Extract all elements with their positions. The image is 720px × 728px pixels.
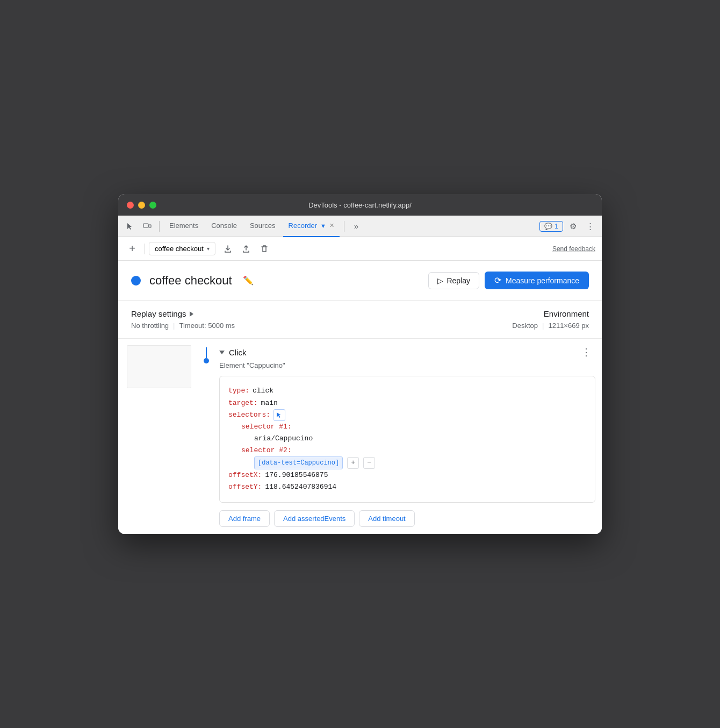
replay-settings: Replay settings No throttling | Timeout:… (118, 301, 602, 339)
more-tabs-icon[interactable]: » (349, 219, 364, 234)
edit-title-icon[interactable]: ✏️ (243, 275, 254, 286)
type-key: type: (228, 385, 249, 397)
selector2-remove-button[interactable]: − (363, 457, 375, 469)
connector-line (206, 347, 207, 358)
recorder-toolbar: + coffee checkout ▾ (118, 237, 602, 261)
rec-actions (220, 241, 272, 257)
devtools-toolbar: Elements Console Sources Recorder ▼ ✕ » … (118, 216, 602, 237)
steps-area: Click ⋮ Element "Cappucino" type: click … (118, 339, 602, 533)
replay-settings-title[interactable]: Replay settings (131, 309, 512, 318)
new-recording-button[interactable]: + (125, 241, 140, 256)
replay-settings-detail: No throttling | Timeout: 5000 ms (131, 322, 512, 330)
step-footer: Add frame Add assertedEvents Add timeout (219, 510, 595, 527)
minimize-button[interactable] (138, 202, 145, 209)
settings-pipe: | (173, 322, 175, 330)
connector-dot (204, 358, 209, 363)
tab-recorder[interactable]: Recorder ▼ ✕ (283, 216, 340, 237)
step-code-block: type: click target: main selectors: (219, 376, 595, 502)
step-more-button[interactable]: ⋮ (577, 345, 595, 359)
selector2-key: selector #2: (241, 445, 292, 456)
record-indicator (131, 276, 141, 286)
tab-sources[interactable]: Sources (244, 216, 281, 237)
close-button[interactable] (127, 202, 134, 209)
target-key: target: (228, 397, 258, 409)
tab-console[interactable]: Console (206, 216, 242, 237)
selector2-add-button[interactable]: + (347, 457, 359, 469)
step-connector (200, 345, 213, 363)
selector1-key: selector #1: (241, 421, 292, 433)
add-asserted-events-button[interactable]: Add assertedEvents (274, 510, 355, 527)
selector2-value-box: [data-test=Cappucino] (254, 456, 343, 469)
selector1-val: aria/Cappucino (254, 433, 313, 445)
recorder-tab-close[interactable]: ✕ (329, 222, 334, 229)
more-options-icon[interactable]: ⋮ (582, 219, 597, 234)
code-line-target: target: main (228, 397, 586, 409)
step-click-row: Click ⋮ Element "Cappucino" type: click … (118, 339, 602, 533)
rec-toolbar-divider (144, 244, 145, 254)
env-pipe: | (542, 322, 544, 330)
selectors-key: selectors: (228, 409, 270, 421)
env-detail: Desktop | 1211×669 px (512, 322, 589, 330)
measure-icon: ⟳ (494, 275, 501, 286)
cursor-tool-icon[interactable] (123, 219, 138, 234)
window-title: DevTools - coffee-cart.netlify.app/ (308, 201, 412, 209)
step-name: Click (229, 348, 247, 357)
add-timeout-button[interactable]: Add timeout (359, 510, 414, 527)
step-content: Click ⋮ Element "Cappucino" type: click … (213, 345, 602, 526)
svg-rect-1 (149, 225, 151, 227)
toolbar-divider-2 (344, 221, 344, 232)
code-line-offsetx: offsetX: 176.90185546875 (228, 469, 586, 481)
replay-settings-left: Replay settings No throttling | Timeout:… (131, 309, 512, 330)
maximize-button[interactable] (149, 202, 156, 209)
delete-button[interactable] (256, 241, 272, 257)
step-subtitle: Element "Cappucino" (219, 361, 595, 369)
code-line-selector1: selector #1: (228, 421, 586, 433)
recording-header: coffee checkout ✏️ ▷ Replay ⟳ Measure pe… (118, 261, 602, 301)
toolbar-divider-1 (159, 221, 160, 232)
recorder-filter-icon: ▼ (320, 223, 326, 229)
measure-performance-button[interactable]: ⟳ Measure performance (485, 272, 589, 289)
offsetx-key: offsetX: (228, 469, 262, 481)
console-badge[interactable]: 💬 1 (539, 221, 563, 232)
add-frame-button[interactable]: Add frame (219, 510, 270, 527)
offsetx-val: 176.90185546875 (265, 469, 328, 481)
replay-settings-expand-icon (190, 311, 193, 317)
recording-title: coffee checkout (149, 274, 232, 288)
code-line-selectors: selectors: (228, 409, 586, 421)
message-icon: 💬 (544, 223, 552, 230)
offsety-key: offsetY: (228, 481, 262, 493)
step-title-row: Click ⋮ (219, 345, 595, 359)
device-toggle-icon[interactable] (140, 219, 155, 234)
export-button[interactable] (220, 241, 236, 257)
replay-settings-right: Environment Desktop | 1211×669 px (512, 309, 589, 330)
environment-title: Environment (512, 309, 589, 318)
code-line-selector2: selector #2: (228, 445, 586, 456)
replay-button[interactable]: ▷ Replay (428, 272, 479, 289)
traffic-lights (127, 202, 156, 209)
settings-icon[interactable]: ⚙ (565, 219, 580, 234)
devtools-window: DevTools - coffee-cart.netlify.app/ Elem… (118, 194, 602, 533)
recording-name-dropdown[interactable]: coffee checkout ▾ (149, 242, 215, 255)
select-cursor-icon[interactable] (273, 409, 285, 421)
recording-actions: ▷ Replay ⟳ Measure performance (428, 272, 589, 289)
svg-rect-0 (143, 224, 148, 227)
tab-elements[interactable]: Elements (164, 216, 204, 237)
title-bar: DevTools - coffee-cart.netlify.app/ (118, 194, 602, 216)
code-line-type: type: click (228, 385, 586, 397)
replay-play-icon: ▷ (437, 276, 443, 285)
code-line-selector2-val: [data-test=Cappucino] + − (228, 456, 586, 469)
code-line-offsety: offsetY: 118.6452407836914 (228, 481, 586, 493)
offsety-val: 118.6452407836914 (265, 481, 336, 493)
main-content: coffee checkout ✏️ ▷ Replay ⟳ Measure pe… (118, 261, 602, 533)
step-thumbnail (127, 345, 191, 388)
import-button[interactable] (238, 241, 254, 257)
dropdown-chevron-icon: ▾ (207, 246, 210, 252)
type-val: click (253, 385, 273, 397)
code-line-selector1-val: aria/Cappucino (228, 433, 586, 445)
step-expand-icon[interactable] (219, 351, 225, 354)
send-feedback-link[interactable]: Send feedback (552, 245, 595, 253)
target-val: main (261, 397, 278, 409)
